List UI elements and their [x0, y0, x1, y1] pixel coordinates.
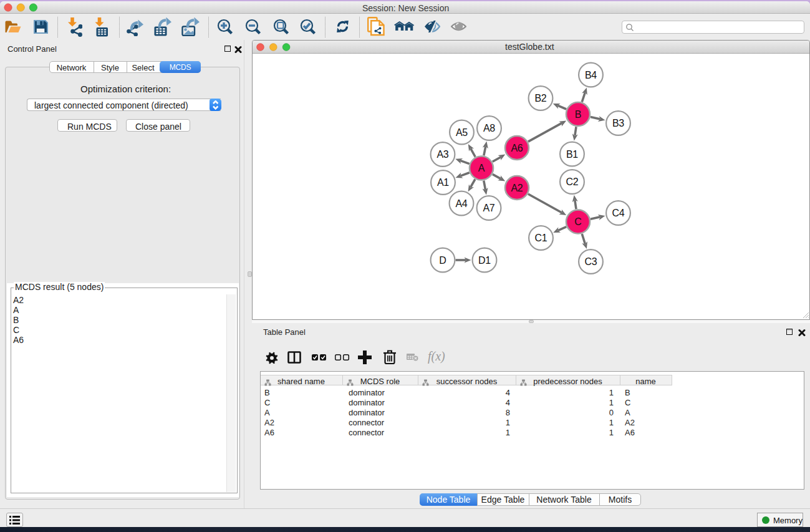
- svg-text:C4: C4: [612, 208, 625, 218]
- svg-text:B: B: [575, 109, 581, 120]
- svg-text:C1: C1: [535, 233, 547, 243]
- svg-text:C3: C3: [585, 256, 597, 267]
- svg-text:B4: B4: [585, 70, 597, 80]
- svg-text:A8: A8: [483, 123, 495, 133]
- svg-text:B3: B3: [612, 118, 624, 128]
- svg-text:A4: A4: [456, 198, 468, 209]
- svg-text:A1: A1: [437, 177, 449, 188]
- svg-text:C: C: [574, 216, 581, 227]
- svg-text:A3: A3: [437, 149, 449, 160]
- svg-text:C2: C2: [566, 177, 579, 187]
- svg-text:A: A: [478, 163, 485, 173]
- svg-text:B1: B1: [566, 149, 578, 160]
- svg-text:B2: B2: [535, 93, 547, 104]
- svg-text:D1: D1: [478, 255, 491, 266]
- svg-text:A5: A5: [456, 127, 468, 138]
- svg-text:D: D: [439, 255, 446, 266]
- svg-text:A7: A7: [483, 203, 495, 213]
- svg-text:A2: A2: [511, 183, 523, 193]
- svg-text:A6: A6: [511, 143, 523, 153]
